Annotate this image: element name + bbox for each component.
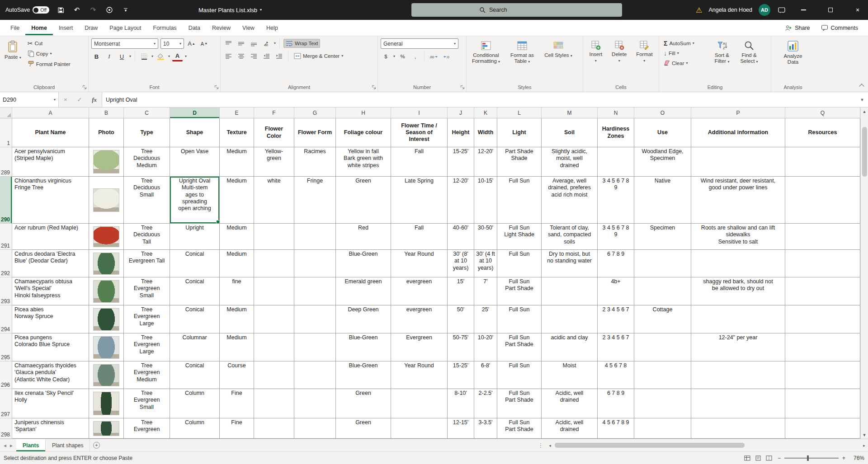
font-name-select[interactable]: Montserrat▾	[91, 38, 158, 49]
cell-G294[interactable]	[294, 305, 336, 333]
tab-page-layout[interactable]: Page Layout	[104, 21, 147, 35]
increase-font-size-button[interactable]: A▲	[186, 39, 197, 49]
tab-review[interactable]: Review	[206, 21, 236, 35]
row-header-296[interactable]: 296	[0, 361, 12, 389]
cell-J297[interactable]: 8-10'	[448, 389, 474, 418]
font-size-select[interactable]: 10▾	[160, 38, 184, 49]
cell-C295[interactable]: Tree Evergreen Large	[124, 333, 170, 361]
cell-E294[interactable]: Medium	[220, 305, 254, 333]
cell-L293[interactable]: Full Sun Part Shade	[497, 277, 542, 305]
cell-G291[interactable]	[294, 224, 336, 250]
column-header-H[interactable]: H	[336, 108, 391, 118]
column-header-A[interactable]: A	[12, 108, 89, 118]
merge-center-button[interactable]: Merge & Center ▾	[292, 52, 345, 60]
cell-F291[interactable]	[254, 224, 294, 250]
cell-L297[interactable]: Full Sun Part Shade	[497, 389, 542, 418]
decrease-indent-button[interactable]	[261, 51, 272, 61]
format-as-table-button[interactable]: Format as Table ▾	[505, 38, 539, 84]
cell-L298[interactable]: Full Sun Part Shade	[497, 418, 542, 439]
column-header-D[interactable]: D	[170, 108, 220, 118]
cell-M297[interactable]: Acidic, well drained	[542, 389, 598, 418]
cell-O298[interactable]	[634, 418, 691, 439]
minimize-button[interactable]	[793, 0, 814, 20]
cell-C289[interactable]: Tree Deciduous Medium	[124, 147, 170, 177]
cell-F290[interactable]: white	[254, 177, 294, 224]
decrease-decimal-button[interactable]: .0	[442, 52, 453, 61]
cell-M290[interactable]: Average, well drained, preferes acid ric…	[542, 177, 598, 224]
decrease-font-size-button[interactable]: A▼	[199, 39, 209, 49]
cell-K295[interactable]: 10-20'	[474, 333, 497, 361]
font-color-dropdown-icon[interactable]: ▾	[185, 55, 187, 58]
cell-Q297[interactable]	[785, 389, 860, 418]
cell-Q291[interactable]	[785, 224, 860, 250]
wrap-text-button[interactable]: Wrap Text	[283, 39, 320, 48]
row-header-298[interactable]: 298	[0, 418, 12, 439]
cell-Q294[interactable]	[785, 305, 860, 333]
cell-F295[interactable]	[254, 333, 294, 361]
cell-O294[interactable]: Cottage	[634, 305, 691, 333]
cancel-entry-button[interactable]: ×	[64, 96, 67, 103]
cell-K294[interactable]: 25'	[474, 305, 497, 333]
cell-D298[interactable]: Column	[170, 418, 220, 439]
cell-I296[interactable]: Year Round	[391, 361, 448, 389]
cell-M293[interactable]	[542, 277, 598, 305]
sheet-tab-plants[interactable]: Plants	[16, 439, 46, 451]
cell-K296[interactable]: 6-8'	[474, 361, 497, 389]
tab-home[interactable]: Home	[25, 21, 53, 35]
cell-H294[interactable]: Deep Green	[336, 305, 391, 333]
column-header-C[interactable]: C	[124, 108, 170, 118]
cell-K290[interactable]: 10-15'	[474, 177, 497, 224]
cell-A297[interactable]: Ilex crenata 'Sky Pencil' Holly	[12, 389, 89, 418]
cell-O296[interactable]	[634, 361, 691, 389]
cell-J292[interactable]: 30' (8' at 10 years)	[448, 250, 474, 277]
cell-F298[interactable]	[254, 418, 294, 439]
cell-B297[interactable]	[89, 389, 124, 418]
increase-indent-button[interactable]	[274, 51, 284, 61]
cell-N293[interactable]: 4b+	[598, 277, 634, 305]
cell-I295[interactable]: Evergreen	[391, 333, 448, 361]
paste-button[interactable]: Paste ▾	[3, 38, 23, 84]
cell-O293[interactable]	[634, 277, 691, 305]
clipboard-dialog-launcher[interactable]	[82, 85, 87, 89]
fill-button[interactable]: ↓Fill ▾	[662, 49, 707, 57]
cell-N297[interactable]: 6 7 8 9	[598, 389, 634, 418]
cell-J291[interactable]: 40-60'	[448, 224, 474, 250]
cell-B293[interactable]	[89, 277, 124, 305]
comments-button[interactable]: Comments	[816, 23, 863, 33]
cell-E293[interactable]: fine	[220, 277, 254, 305]
cell-A293[interactable]: Chamaecyparis obtusa 'Well's Special' Hi…	[12, 277, 89, 305]
plant-photo[interactable]	[93, 226, 119, 247]
number-dialog-launcher[interactable]	[460, 85, 465, 89]
cell-H289[interactable]: Yellow in fall Bark green with white str…	[336, 147, 391, 177]
cell-I293[interactable]: evergreen	[391, 277, 448, 305]
cell-O297[interactable]	[634, 389, 691, 418]
cell-G1[interactable]: Flower Form	[294, 118, 336, 147]
cell-M295[interactable]: acidic and clay	[542, 333, 598, 361]
font-dialog-launcher[interactable]	[214, 85, 219, 89]
cell-N292[interactable]: 6 7 8 9	[598, 250, 634, 277]
cell-E289[interactable]: Medium	[220, 147, 254, 177]
cell-A291[interactable]: Acer rubrum (Red Maple)	[12, 224, 89, 250]
increase-decimal-button[interactable]: .00	[428, 52, 439, 61]
cell-D292[interactable]: Conical	[170, 250, 220, 277]
zoom-slider[interactable]	[784, 458, 839, 459]
cell-E1[interactable]: Texture	[220, 118, 254, 147]
cell-Q292[interactable]	[785, 250, 860, 277]
cell-B290[interactable]	[89, 177, 124, 224]
cell-P289[interactable]	[691, 147, 785, 177]
row-header-1[interactable]: 1	[0, 118, 12, 147]
cell-C296[interactable]: Tree Evergreen Medium	[124, 361, 170, 389]
cell-A290[interactable]: Chionanthus virginicus Fringe Tree	[12, 177, 89, 224]
cell-B295[interactable]	[89, 333, 124, 361]
cell-H295[interactable]: Blue-Green	[336, 333, 391, 361]
cell-H296[interactable]: Blue-Green	[336, 361, 391, 389]
cell-B292[interactable]	[89, 250, 124, 277]
tab-scrollbar-splitter[interactable]: ⋮	[535, 439, 546, 451]
find-select-button[interactable]: Find & Select ▾	[737, 38, 761, 84]
cell-J293[interactable]: 15'	[448, 277, 474, 305]
cell-D294[interactable]: Conical	[170, 305, 220, 333]
cell-Q289[interactable]	[785, 147, 860, 177]
cell-F293[interactable]	[254, 277, 294, 305]
cell-P291[interactable]: Roots are shallow and can lift sidewalks…	[691, 224, 785, 250]
delete-cells-button[interactable]: Delete ▾	[609, 38, 630, 84]
